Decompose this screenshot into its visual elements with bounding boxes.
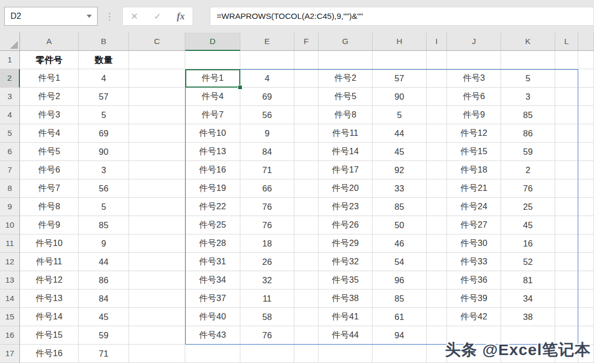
cell-K6[interactable]: 59 [501, 143, 555, 161]
cell-E11[interactable]: 18 [240, 234, 294, 253]
cell-J9[interactable]: 件号24 [447, 198, 501, 216]
cell-J6[interactable]: 件号15 [447, 143, 501, 161]
cell-C1[interactable] [129, 51, 185, 69]
cell-B11[interactable]: 9 [79, 234, 129, 253]
cell-E17[interactable] [240, 345, 294, 363]
confirm-icon[interactable]: ✓ [154, 12, 161, 21]
cell-J2[interactable]: 件号3 [447, 69, 501, 88]
cell-F16[interactable] [294, 326, 319, 345]
cell-A1[interactable]: 零件号 [20, 51, 79, 69]
cell-D9[interactable]: 件号22 [185, 198, 240, 216]
cell-G2[interactable]: 件号2 [319, 69, 373, 88]
cell-F1[interactable] [294, 51, 319, 69]
cell-B1[interactable]: 数量 [79, 51, 129, 69]
cell-H1[interactable] [373, 51, 427, 69]
cell-F6[interactable] [294, 143, 319, 161]
cell-D7[interactable]: 件号16 [185, 161, 240, 179]
cell-K1[interactable] [501, 51, 555, 69]
cell-G16[interactable]: 件号44 [319, 326, 373, 345]
cell-E13[interactable]: 32 [240, 271, 294, 290]
row-header-10[interactable]: 10 [0, 216, 20, 234]
cell-F2[interactable] [294, 69, 319, 88]
cell-J13[interactable]: 件号36 [447, 271, 501, 290]
cell-M4[interactable] [578, 106, 594, 124]
cell-L5[interactable] [555, 124, 578, 143]
cell-I1[interactable] [427, 51, 447, 69]
cell-D6[interactable]: 件号13 [185, 143, 240, 161]
cell-H7[interactable]: 92 [373, 161, 427, 179]
cell-L10[interactable] [555, 216, 578, 234]
cell-C14[interactable] [129, 290, 185, 308]
cell-H15[interactable]: 61 [373, 308, 427, 326]
cell-H11[interactable]: 46 [373, 234, 427, 253]
cell-A16[interactable]: 件号15 [20, 326, 79, 345]
cell-B10[interactable]: 85 [79, 216, 129, 234]
cell-B13[interactable]: 86 [79, 271, 129, 290]
cell-M12[interactable] [578, 253, 594, 271]
cell-J10[interactable]: 件号27 [447, 216, 501, 234]
cell-B9[interactable]: 5 [79, 198, 129, 216]
row-header-16[interactable]: 16 [0, 326, 20, 345]
cell-L4[interactable] [555, 106, 578, 124]
cell-H5[interactable]: 44 [373, 124, 427, 143]
cell-K8[interactable]: 76 [501, 179, 555, 198]
cell-E12[interactable]: 26 [240, 253, 294, 271]
cell-L9[interactable] [555, 198, 578, 216]
cell-A6[interactable]: 件号5 [20, 143, 79, 161]
formula-bar-resize-dots-icon[interactable]: ⋮ [105, 7, 114, 26]
cell-D14[interactable]: 件号37 [185, 290, 240, 308]
cell-G6[interactable]: 件号14 [319, 143, 373, 161]
row-header-2[interactable]: 2 [0, 69, 20, 88]
cell-A2[interactable]: 件号1 [20, 69, 79, 88]
cell-A12[interactable]: 件号11 [20, 253, 79, 271]
cell-H3[interactable]: 90 [373, 88, 427, 106]
cell-I10[interactable] [427, 216, 447, 234]
cell-C3[interactable] [129, 88, 185, 106]
cell-J1[interactable] [447, 51, 501, 69]
cell-J15[interactable]: 件号42 [447, 308, 501, 326]
cell-E4[interactable]: 56 [240, 106, 294, 124]
select-all-corner[interactable] [0, 33, 20, 51]
cell-H2[interactable]: 57 [373, 69, 427, 88]
cell-E16[interactable]: 76 [240, 326, 294, 345]
row-header-17[interactable]: 17 [0, 345, 20, 363]
cell-D17[interactable] [185, 345, 240, 363]
row-header-7[interactable]: 7 [0, 161, 20, 179]
cell-L1[interactable] [555, 51, 578, 69]
cell-J5[interactable]: 件号12 [447, 124, 501, 143]
cell-B15[interactable]: 45 [79, 308, 129, 326]
cell-G8[interactable]: 件号20 [319, 179, 373, 198]
cell-M10[interactable] [578, 216, 594, 234]
cell-F15[interactable] [294, 308, 319, 326]
column-header-J[interactable]: J [447, 33, 501, 51]
cell-I15[interactable] [427, 308, 447, 326]
cell-C4[interactable] [129, 106, 185, 124]
cell-E7[interactable]: 71 [240, 161, 294, 179]
row-header-1[interactable]: 1 [0, 51, 20, 69]
cell-F8[interactable] [294, 179, 319, 198]
cell-B16[interactable]: 59 [79, 326, 129, 345]
column-header-E[interactable]: E [240, 33, 294, 51]
cell-I11[interactable] [427, 234, 447, 253]
cell-H12[interactable]: 54 [373, 253, 427, 271]
cell-A9[interactable]: 件号8 [20, 198, 79, 216]
column-header-A[interactable]: A [20, 33, 79, 51]
cell-B4[interactable]: 5 [79, 106, 129, 124]
cell-H13[interactable]: 96 [373, 271, 427, 290]
cell-D12[interactable]: 件号31 [185, 253, 240, 271]
cell-M3[interactable] [578, 88, 594, 106]
name-box-value[interactable]: D2 [5, 12, 87, 21]
cell-M11[interactable] [578, 234, 594, 253]
name-box[interactable]: D2 [4, 7, 98, 26]
cell-H14[interactable]: 85 [373, 290, 427, 308]
cell-J4[interactable]: 件号9 [447, 106, 501, 124]
cell-M15[interactable] [578, 308, 594, 326]
cell-K14[interactable]: 34 [501, 290, 555, 308]
cell-B5[interactable]: 69 [79, 124, 129, 143]
cell-G1[interactable] [319, 51, 373, 69]
cell-G17[interactable] [319, 345, 373, 363]
cell-B12[interactable]: 44 [79, 253, 129, 271]
cell-I8[interactable] [427, 179, 447, 198]
cell-M8[interactable] [578, 179, 594, 198]
cell-L15[interactable] [555, 308, 578, 326]
